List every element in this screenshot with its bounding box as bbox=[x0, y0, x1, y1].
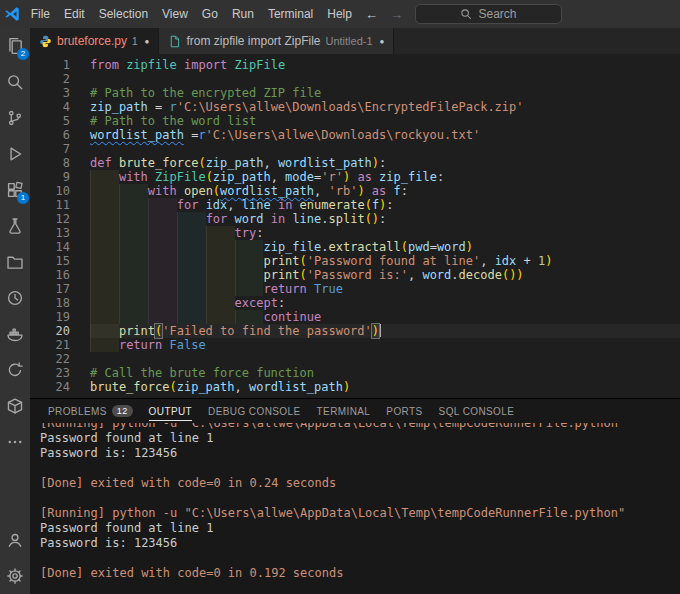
line-number[interactable]: 15 bbox=[30, 254, 70, 268]
activity-explorer-icon[interactable]: 2 bbox=[0, 28, 30, 64]
line-number[interactable]: 2 bbox=[30, 72, 70, 86]
activity-containers-icon[interactable] bbox=[0, 388, 30, 424]
menu-selection[interactable]: Selection bbox=[92, 7, 155, 21]
activity-sync-icon[interactable] bbox=[0, 352, 30, 388]
code-token: print bbox=[119, 324, 155, 338]
line-number[interactable]: 1 bbox=[30, 58, 70, 72]
code-line[interactable]: with open(wordlist_path, 'rb') as f: bbox=[90, 184, 680, 198]
code-token: wordlist_path bbox=[90, 128, 184, 142]
activity-docker-icon[interactable] bbox=[0, 316, 30, 352]
nav-back-icon[interactable]: ← bbox=[359, 7, 384, 22]
code-line[interactable]: def brute_force(zip_path, wordlist_path)… bbox=[90, 156, 680, 170]
line-number[interactable]: 16 bbox=[30, 268, 70, 282]
nav-controls: ← → bbox=[359, 7, 409, 22]
menu-bar: FileEditSelectionViewGoRunTerminalHelp bbox=[24, 7, 359, 21]
code-line[interactable] bbox=[90, 142, 680, 156]
code-line[interactable]: with ZipFile(zip_path, mode='r') as zip_… bbox=[90, 170, 680, 184]
line-number[interactable]: 21 bbox=[30, 338, 70, 352]
code-token: ( bbox=[300, 268, 307, 282]
activity-source-control-icon[interactable] bbox=[0, 100, 30, 136]
line-number[interactable]: 19 bbox=[30, 310, 70, 324]
line-number[interactable]: 8 bbox=[30, 156, 70, 170]
code-line[interactable]: except: bbox=[90, 296, 680, 310]
line-number[interactable]: 9 bbox=[30, 170, 70, 184]
activity-remote-explorer-icon[interactable] bbox=[0, 244, 30, 280]
code-token: ) bbox=[372, 156, 379, 170]
line-number[interactable]: 11 bbox=[30, 198, 70, 212]
line-number[interactable]: 23 bbox=[30, 366, 70, 380]
search-box[interactable]: Search bbox=[415, 4, 562, 24]
menu-terminal[interactable]: Terminal bbox=[261, 7, 320, 21]
code-token: zip_path bbox=[177, 380, 235, 394]
nav-forward-icon[interactable]: → bbox=[384, 7, 409, 22]
output-line: [Done] exited with code=0 in 0.192 secon… bbox=[40, 566, 680, 581]
code-line[interactable]: return False bbox=[90, 338, 680, 352]
code-token: , bbox=[263, 156, 277, 170]
activity-settings-icon[interactable] bbox=[0, 558, 30, 594]
activity-bottom bbox=[0, 522, 30, 594]
menu-edit[interactable]: Edit bbox=[57, 7, 92, 21]
code-line[interactable]: from zipfile import ZipFile bbox=[90, 58, 680, 72]
menu-view[interactable]: View bbox=[155, 7, 195, 21]
code-line[interactable]: continue bbox=[90, 310, 680, 324]
code-line[interactable]: try: bbox=[90, 226, 680, 240]
panel-tab-debug-console[interactable]: DEBUG CONSOLE bbox=[200, 399, 308, 423]
code-line[interactable] bbox=[90, 352, 680, 366]
line-number[interactable]: 10 bbox=[30, 184, 70, 198]
panel-tab-output[interactable]: OUTPUT bbox=[141, 399, 201, 423]
code-line[interactable]: return True bbox=[90, 282, 680, 296]
modified-indicator-icon[interactable]: ● bbox=[145, 37, 150, 46]
line-number[interactable]: 13 bbox=[30, 226, 70, 240]
code-line[interactable]: # Path to the encrypted ZIP file bbox=[90, 86, 680, 100]
menu-run[interactable]: Run bbox=[225, 7, 261, 21]
activity-account-icon[interactable] bbox=[0, 522, 30, 558]
menu-help[interactable]: Help bbox=[320, 7, 359, 21]
code-line[interactable]: for idx, line in enumerate(f): bbox=[90, 198, 680, 212]
activity-run-debug-icon[interactable] bbox=[0, 136, 30, 172]
code-line[interactable]: print('Password found at line', idx + 1) bbox=[90, 254, 680, 268]
code-token bbox=[148, 198, 177, 212]
code-line[interactable] bbox=[90, 72, 680, 86]
line-number[interactable]: 12 bbox=[30, 212, 70, 226]
panel-tab-ports[interactable]: PORTS bbox=[378, 399, 430, 423]
line-number[interactable]: 22 bbox=[30, 352, 70, 366]
code-line[interactable]: # Call the brute force function bbox=[90, 366, 680, 380]
line-number[interactable]: 14 bbox=[30, 240, 70, 254]
menu-go[interactable]: Go bbox=[195, 7, 225, 21]
code-line[interactable]: for word in line.split(): bbox=[90, 212, 680, 226]
code-token bbox=[90, 296, 119, 310]
line-number[interactable]: 4 bbox=[30, 100, 70, 114]
editor-tab[interactable]: from zipfile import ZipFileUntitled-1● bbox=[159, 28, 394, 54]
line-number[interactable]: 18 bbox=[30, 296, 70, 310]
panel-tab-sql-console[interactable]: SQL CONSOLE bbox=[431, 399, 523, 423]
activity-items: 21 bbox=[0, 28, 30, 460]
editor[interactable]: 123456789101112131415161718192021222324 … bbox=[30, 54, 680, 398]
code-line[interactable]: print('Password is:', word.decode()) bbox=[90, 268, 680, 282]
editor-tab[interactable]: bruteforce.py1● bbox=[30, 28, 159, 54]
code-token bbox=[148, 282, 177, 296]
line-number[interactable]: 3 bbox=[30, 86, 70, 100]
activity-search-icon[interactable] bbox=[0, 64, 30, 100]
code-line[interactable]: zip_path = r'C:\Users\allwe\Downloads\En… bbox=[90, 100, 680, 114]
panel-tab-problems[interactable]: PROBLEMS12 bbox=[40, 399, 141, 423]
code-line[interactable]: print('Failed to find the password') bbox=[90, 324, 680, 338]
modified-indicator-icon[interactable]: ● bbox=[380, 37, 385, 46]
activity-extensions-icon[interactable]: 1 bbox=[0, 172, 30, 208]
code-token bbox=[206, 254, 235, 268]
panel-tab-terminal[interactable]: TERMINAL bbox=[309, 399, 379, 423]
code-line[interactable]: wordlist_path =r'C:\Users\allwe\Download… bbox=[90, 128, 680, 142]
line-number[interactable]: 20 bbox=[30, 324, 70, 338]
line-number[interactable]: 24 bbox=[30, 380, 70, 394]
activity-testing-icon[interactable] bbox=[0, 208, 30, 244]
code-line[interactable]: brute_force(zip_path, wordlist_path) bbox=[90, 380, 680, 394]
line-number[interactable]: 7 bbox=[30, 142, 70, 156]
line-number[interactable]: 17 bbox=[30, 282, 70, 296]
code-line[interactable]: zip_file.extractall(pwd=word) bbox=[90, 240, 680, 254]
activity-timeline-icon[interactable] bbox=[0, 280, 30, 316]
activity-more-icon[interactable] bbox=[0, 424, 30, 460]
line-number[interactable]: 5 bbox=[30, 114, 70, 128]
vscode-logo-icon[interactable] bbox=[0, 5, 24, 23]
menu-file[interactable]: File bbox=[24, 7, 57, 21]
line-number[interactable]: 6 bbox=[30, 128, 70, 142]
code-line[interactable]: # Path to the word list bbox=[90, 114, 680, 128]
